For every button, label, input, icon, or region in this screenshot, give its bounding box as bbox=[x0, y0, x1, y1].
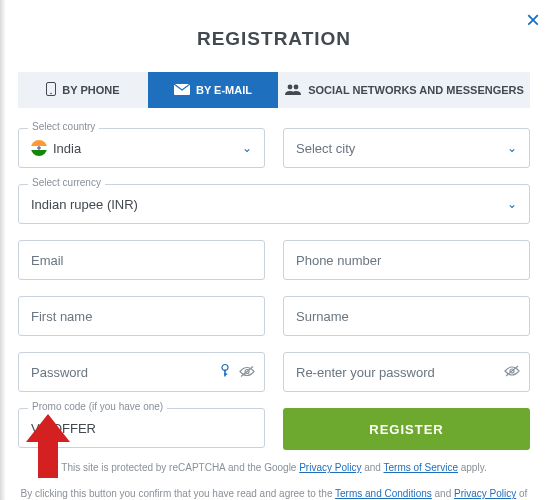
promo-field-wrap: Promo code (if you have one) bbox=[18, 408, 265, 450]
phone-icon bbox=[46, 82, 56, 98]
currency-legend: Select currency bbox=[28, 177, 105, 188]
surname-input[interactable] bbox=[283, 296, 530, 336]
tab-social[interactable]: SOCIAL NETWORKS AND MESSENGERS bbox=[278, 72, 530, 108]
promo-input[interactable] bbox=[18, 408, 265, 448]
svg-point-4 bbox=[294, 85, 299, 90]
eye-off-icon[interactable] bbox=[504, 364, 520, 380]
page-title: REGISTRATION bbox=[18, 0, 530, 72]
registration-modal: REGISTRATION BY PHONE BY E-MAIL SOCIAL N… bbox=[0, 0, 548, 500]
country-field: Select country India ⌄ bbox=[18, 128, 265, 168]
privacy-policy-link[interactable]: Privacy Policy bbox=[299, 462, 361, 473]
email-icon bbox=[174, 84, 190, 97]
currency-value: Indian rupee (INR) bbox=[31, 197, 138, 212]
terms-link[interactable]: Terms and Conditions bbox=[335, 488, 432, 499]
tab-email[interactable]: BY E-MAIL bbox=[148, 72, 278, 108]
register-button[interactable]: REGISTER bbox=[283, 408, 530, 450]
repassword-field-wrap bbox=[283, 352, 530, 392]
country-value: India bbox=[53, 141, 81, 156]
svg-point-1 bbox=[51, 93, 53, 95]
phone-field-wrap bbox=[283, 240, 530, 280]
country-select[interactable]: India ⌄ bbox=[18, 128, 265, 168]
left-shadow bbox=[0, 0, 6, 500]
chevron-down-icon: ⌄ bbox=[507, 141, 517, 155]
chevron-down-icon: ⌄ bbox=[242, 141, 252, 155]
city-placeholder: Select city bbox=[296, 141, 355, 156]
email-input[interactable] bbox=[18, 240, 265, 280]
close-icon[interactable]: × bbox=[526, 6, 540, 34]
password-field-wrap bbox=[18, 352, 265, 392]
tos-link[interactable]: Terms of Service bbox=[384, 462, 458, 473]
tab-phone[interactable]: BY PHONE bbox=[18, 72, 148, 108]
phone-input[interactable] bbox=[283, 240, 530, 280]
promo-legend: Promo code (if you have one) bbox=[28, 401, 167, 412]
tabs: BY PHONE BY E-MAIL SOCIAL NETWORKS AND M… bbox=[18, 72, 530, 108]
key-icon[interactable] bbox=[219, 364, 231, 381]
city-select[interactable]: Select city ⌄ bbox=[283, 128, 530, 168]
tab-email-label: BY E-MAIL bbox=[196, 84, 252, 96]
repassword-input[interactable] bbox=[283, 352, 530, 392]
tab-social-label: SOCIAL NETWORKS AND MESSENGERS bbox=[308, 84, 524, 96]
recaptcha-notice: This site is protected by reCAPTCHA and … bbox=[18, 460, 530, 476]
svg-point-3 bbox=[288, 85, 293, 90]
email-field-wrap bbox=[18, 240, 265, 280]
eye-off-icon[interactable] bbox=[239, 364, 255, 380]
svg-rect-10 bbox=[224, 374, 227, 375]
svg-rect-9 bbox=[224, 370, 226, 377]
surname-field-wrap bbox=[283, 296, 530, 336]
users-icon bbox=[284, 83, 302, 97]
terms-notice: By clicking this button you confirm that… bbox=[18, 486, 530, 500]
chevron-down-icon: ⌄ bbox=[507, 197, 517, 211]
tab-phone-label: BY PHONE bbox=[62, 84, 119, 96]
firstname-input[interactable] bbox=[18, 296, 265, 336]
country-legend: Select country bbox=[28, 121, 99, 132]
firstname-field-wrap bbox=[18, 296, 265, 336]
currency-select[interactable]: Indian rupee (INR) ⌄ bbox=[18, 184, 530, 224]
privacy-policy-link-2[interactable]: Privacy Policy bbox=[454, 488, 516, 499]
city-field: Select city ⌄ bbox=[283, 128, 530, 168]
currency-field: Select currency Indian rupee (INR) ⌄ bbox=[18, 184, 530, 224]
india-flag-icon bbox=[31, 140, 47, 156]
